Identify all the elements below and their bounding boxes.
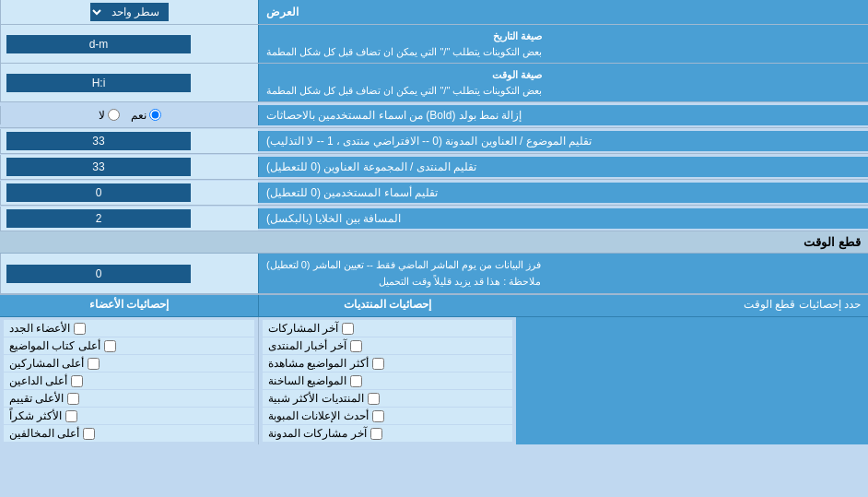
cb-most-similar-forums[interactable]	[368, 393, 380, 405]
time-format-hint: بعض التكوينات يتطلب "/" التي يمكن ان تضا…	[266, 83, 542, 99]
time-cut-label: فرز البيانات من يوم الماشر الماضي فقط --…	[258, 254, 868, 293]
col2-item-2: آخر أخبار المنتدى	[263, 337, 512, 354]
bold-yes-option[interactable]: نعم	[131, 109, 161, 122]
time-cut-main: فرز البيانات من يوم الماشر الماضي فقط --…	[266, 257, 541, 274]
time-format-cell	[0, 64, 258, 101]
date-format-input[interactable]	[6, 35, 191, 53]
display-select-cell: سطر واحد سطرين ثلاثة أسطر	[0, 0, 258, 24]
display-select[interactable]: سطر واحد سطرين ثلاثة أسطر	[90, 3, 169, 21]
time-cut-note: ملاحظة : هذا قد يزيد قليلاً وقت التحميل	[266, 274, 541, 290]
time-format-input[interactable]	[6, 74, 191, 92]
cb-top-topic-writers[interactable]	[104, 340, 116, 352]
user-trim-cell	[0, 181, 258, 205]
forum-trim-cell	[0, 155, 258, 179]
time-format-title: صيغة الوقت	[266, 67, 542, 83]
topic-trim-input[interactable]	[6, 132, 191, 150]
bold-no-option[interactable]: لا	[99, 109, 120, 122]
col2-item-7: آخر مشاركات المدونة	[263, 425, 512, 442]
col1-item-1: الأعضاء الجدد	[4, 320, 254, 337]
cb-new-members[interactable]	[74, 323, 86, 335]
time-cut-cell	[0, 254, 258, 293]
col1-item-4: أعلى الداعين	[4, 373, 254, 389]
date-format-cell	[0, 25, 258, 63]
topic-trim-label: تقليم الموضوع / العناوين المدونة (0 -- ا…	[258, 131, 868, 151]
col2-item-5: المنتديات الأكثر شبية	[263, 390, 512, 407]
col2-item-1: آخر المشاركات	[263, 320, 512, 337]
col1-item-2: أعلى كتاب المواضيع	[4, 337, 254, 354]
col1-checkboxes: الأعضاء الجدد أعلى كتاب المواضيع أعلى ال…	[0, 317, 258, 444]
col2-item-3: أكثر المواضيع مشاهدة	[263, 355, 512, 372]
bold-yes-radio[interactable]	[149, 109, 161, 121]
bold-remove-cell: نعم لا	[0, 106, 258, 124]
forum-trim-input[interactable]	[6, 158, 191, 176]
col1-item-5: الأعلى تقييم	[4, 390, 254, 407]
col1-item-7: أعلى المخالفين	[4, 425, 254, 442]
bottom-right-label: حدد إحصائيات قطع الوقت	[516, 295, 868, 316]
topic-trim-cell	[0, 129, 258, 153]
col2-checkboxes: آخر المشاركات آخر أخبار المنتدى أكثر الم…	[258, 317, 516, 444]
time-cut-section-header: قطع الوقت	[0, 231, 868, 254]
cb-hot-topics[interactable]	[350, 375, 362, 387]
time-format-label: صيغة الوقت بعض التكوينات يتطلب "/" التي …	[258, 64, 868, 101]
cb-top-inviters[interactable]	[71, 375, 83, 387]
user-trim-label: تقليم أسماء المستخدمين (0 للتعطيل)	[258, 183, 868, 203]
cb-most-viewed[interactable]	[372, 358, 384, 370]
bottom-right-filler	[516, 317, 868, 444]
col2-item-4: المواضيع الساخنة	[263, 373, 512, 389]
bold-remove-label: إزالة نمط بولد (Bold) من اسماء المستخدمي…	[258, 105, 868, 125]
date-format-hint: بعض التكوينات يتطلب "/" التي يمكن ان تضا…	[266, 44, 542, 60]
cell-spacing-cell	[0, 207, 258, 231]
cell-spacing-input[interactable]	[6, 209, 191, 228]
cell-spacing-label: المسافة بين الخلايا (بالبكسل)	[258, 208, 868, 229]
col1-header: إحصائيات الأعضاء	[0, 295, 258, 316]
display-label: العرض	[258, 0, 868, 24]
date-format-title: صيغة التاريخ	[266, 29, 542, 44]
date-format-label: صيغة التاريخ بعض التكوينات يتطلب "/" الت…	[258, 25, 868, 63]
cb-top-violators[interactable]	[83, 428, 95, 440]
cb-latest-classifieds[interactable]	[372, 410, 384, 422]
forum-trim-label: تقليم المنتدى / المجموعة العناوين (0 للت…	[258, 157, 868, 177]
col1-item-6: الأكثر شكراً	[4, 408, 254, 424]
cb-last-posts[interactable]	[342, 323, 354, 335]
time-cut-input[interactable]	[6, 265, 191, 283]
col1-item-3: أعلى المشاركين	[4, 355, 254, 372]
bold-no-radio[interactable]	[108, 109, 120, 121]
cb-top-participants[interactable]	[88, 358, 100, 370]
cb-last-blog-posts[interactable]	[370, 428, 382, 440]
col2-item-6: أحدث الإعلانات المبوبة	[263, 408, 512, 424]
user-trim-input[interactable]	[6, 183, 191, 202]
cb-top-rated[interactable]	[67, 393, 79, 405]
col2-header: إحصائيات المنتديات	[258, 295, 516, 316]
cb-last-forum-news[interactable]	[350, 340, 362, 352]
cb-most-thanked[interactable]	[65, 410, 77, 422]
